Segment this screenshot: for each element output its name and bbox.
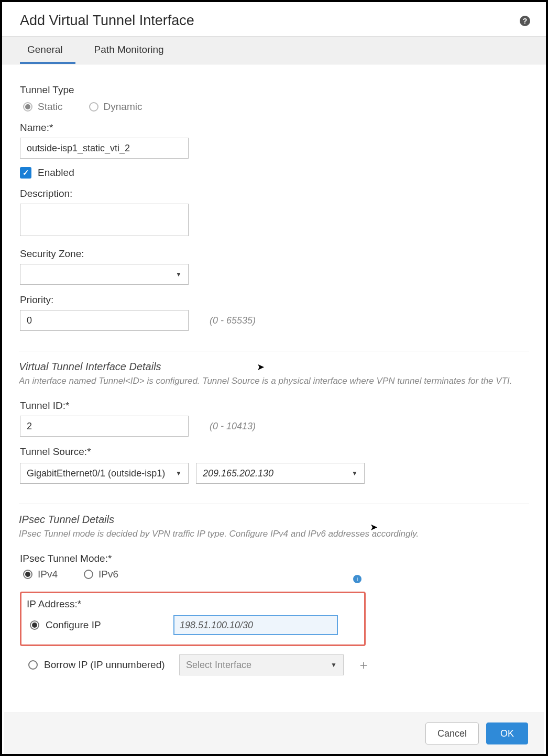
name-input[interactable] [20, 138, 189, 159]
radio-dynamic-text: Dynamic [104, 101, 143, 113]
radio-static: Static [23, 101, 63, 113]
vti-section-desc: An interface named Tunnel<ID> is configu… [19, 376, 529, 386]
info-icon[interactable]: i [353, 575, 361, 583]
description-label: Description: [20, 188, 528, 199]
tunnel-id-hint: (0 - 10413) [210, 421, 256, 432]
cursor-icon: ➤ [370, 521, 378, 533]
vti-section-title: Virtual Tunnel Interface Details [19, 361, 529, 373]
chevron-down-icon: ▼ [176, 470, 182, 477]
radio-static-icon [23, 102, 32, 112]
ip-address-label: IP Address:* [27, 598, 357, 610]
borrow-interface-placeholder: Select Interface [186, 660, 251, 671]
radio-ipv6-text: IPv6 [98, 569, 118, 580]
radio-borrow-ip[interactable]: Borrow IP (IP unnumbered) [28, 659, 169, 671]
borrow-interface-select[interactable]: Select Interface ▼ [179, 654, 344, 675]
help-icon[interactable]: ? [520, 16, 530, 26]
enabled-checkbox[interactable]: ✓ [20, 167, 31, 179]
radio-dynamic: Dynamic [89, 101, 143, 113]
name-label: Name:* [20, 122, 528, 134]
ipsec-mode-label: IPsec Tunnel Mode:* [20, 553, 528, 564]
ipsec-section-desc: IPsec Tunnel mode is decided by VPN traf… [19, 529, 529, 539]
tunnel-source-interface-select[interactable]: GigabitEthernet0/1 (outside-isp1) ▼ [20, 463, 189, 484]
radio-ipv4-icon [23, 570, 32, 579]
dialog-title: Add Virtual Tunnel Interface [20, 13, 194, 29]
ok-button[interactable]: OK [486, 722, 528, 744]
description-input[interactable] [20, 204, 189, 236]
chevron-down-icon: ▼ [331, 661, 337, 669]
tunnel-source-label: Tunnel Source:* [20, 446, 528, 458]
radio-ipv6[interactable]: IPv6 [84, 569, 118, 580]
priority-input[interactable] [20, 310, 189, 331]
radio-dynamic-icon [89, 102, 98, 112]
security-zone-select[interactable]: ▼ [20, 264, 189, 285]
radio-ipv4-text: IPv4 [38, 569, 58, 580]
tunnel-source-ip-value: 209.165.202.130 [203, 468, 273, 479]
radio-ipv4[interactable]: IPv4 [23, 569, 58, 580]
tunnel-id-label: Tunnel ID:* [20, 400, 528, 412]
ip-address-highlight-box: IP Address:* Configure IP [20, 592, 366, 646]
tunnel-source-ip-select[interactable]: 209.165.202.130 ▼ [196, 463, 365, 484]
radio-borrow-ip-text: Borrow IP (IP unnumbered) [44, 659, 165, 671]
cancel-button[interactable]: Cancel [425, 722, 479, 744]
priority-label: Priority: [20, 294, 528, 306]
enabled-label: Enabled [38, 167, 74, 179]
ip-address-input[interactable] [173, 615, 338, 635]
ipsec-section-title: IPsec Tunnel Details [19, 514, 529, 526]
radio-static-text: Static [38, 101, 63, 113]
tab-path-monitoring[interactable]: Path Monitoring [87, 37, 177, 64]
radio-configure-ip[interactable]: Configure IP [27, 619, 163, 631]
radio-configure-ip-icon [30, 620, 39, 630]
chevron-down-icon: ▼ [352, 470, 358, 477]
add-interface-button[interactable]: ＋ [357, 657, 370, 673]
radio-ipv6-icon [84, 570, 93, 579]
tunnel-id-input[interactable] [20, 416, 189, 437]
chevron-down-icon: ▼ [176, 271, 182, 278]
radio-configure-ip-text: Configure IP [46, 619, 101, 631]
security-zone-label: Security Zone: [20, 248, 528, 260]
tunnel-type-label: Tunnel Type [20, 84, 528, 96]
tab-bar: General Path Monitoring [2, 36, 546, 64]
priority-hint: (0 - 65535) [210, 315, 256, 326]
tab-general[interactable]: General [20, 37, 75, 64]
radio-borrow-ip-icon [28, 660, 38, 670]
tunnel-source-interface-value: GigabitEthernet0/1 (outside-isp1) [27, 468, 165, 479]
cursor-icon: ➤ [257, 361, 265, 373]
